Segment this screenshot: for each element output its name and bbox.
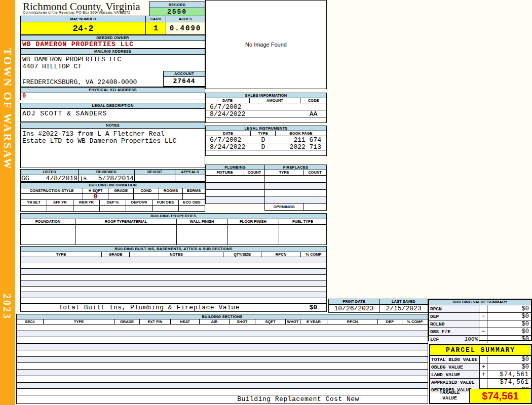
bvs-rclnd-label: RCLND [429, 320, 479, 328]
deeded-owner-value: WB DAMERON PROPERTIES LLC [21, 41, 205, 48]
bs-eyear-label: E YEAR [300, 319, 327, 324]
reviewed-value: js5/28/2014 [79, 175, 135, 182]
bs-sqft-label: SQFT [255, 319, 286, 324]
reviewed-by: js [79, 175, 87, 182]
building-information-title: BUILDING INFORMATION [21, 183, 205, 188]
bvs-obs-label: OBS F/E [429, 328, 479, 335]
obldg-op: + [480, 363, 487, 371]
fireplaces-row [265, 190, 326, 197]
bs-grade-label: GRADE [115, 319, 140, 324]
parcel-row: LAND VALUE + $74,561 [430, 371, 531, 379]
sales-information-table: SALES INFORMATION DATE AMOUNT CODE 6/7/2… [205, 93, 327, 123]
bvs-row: RCLND $0 [429, 320, 531, 328]
sales-row-date: 8/24/2022 [206, 110, 250, 117]
building-sections-title: BUILDING SECTIONS [17, 314, 428, 319]
openings-label: OPENINGS [265, 204, 303, 210]
building-value-summary-title: BUILDING VALUE SUMMARY [429, 300, 531, 305]
building-replacement-label: Building Replacement Cost New [17, 395, 428, 403]
plumbing-title: PLUMBING [206, 165, 264, 170]
bvs-row: OBS F/E − $0 [429, 328, 531, 336]
bi-rpcn-label: RPCN [261, 252, 301, 257]
building-sections-row [17, 350, 428, 357]
fuel-type-value [279, 225, 326, 245]
fireplaces-row [265, 176, 326, 183]
foundation-label: FOUNDATION [21, 219, 75, 224]
bdrms-label: BDRMS [183, 188, 205, 193]
rooms-value [159, 194, 183, 199]
bs-comp-label: % COMP [402, 319, 428, 324]
sidebar-town-label: TOWN OF WARSAW [1, 48, 14, 230]
building-sections-row [17, 325, 428, 331]
floor-finish-label: FLOOR FINISH [227, 219, 279, 224]
building-value-summary-table: BUILDING VALUE SUMMARY RPCN $0 DEP − $0 … [428, 299, 532, 341]
record-label: RECORD [149, 2, 205, 8]
cond-label: COND [134, 188, 159, 193]
account-value: 27644 [164, 77, 205, 86]
building-sections-row [17, 383, 428, 389]
effyr-label: EFF YR [47, 200, 73, 205]
sales-row-code: AA [300, 110, 326, 117]
listed-date: 4/8/2019 [46, 175, 78, 182]
physical-911-table: PHYSICAL 911 ADDRESS 0 [20, 87, 205, 100]
bvs-lcf-pct: 100% [465, 336, 478, 342]
built-ins-table: BUILDING BUILT INS, BASEMENTS, ATTICS & … [20, 246, 327, 312]
bvs-dep-label: DEP [429, 313, 479, 320]
sidebar-year-label: 2023 [1, 294, 13, 339]
plumbing-count-label: COUNT [244, 170, 264, 175]
construction-style-value [21, 194, 83, 199]
plumbing-fixture-label: FIXTURE [206, 170, 244, 175]
revisit-label: REVISIT [135, 170, 175, 175]
appraised-label: APPRAISED VALUE [430, 379, 480, 386]
parcel-summary-title: PARCEL SUMMARY [430, 345, 531, 356]
sales-date-label: DATE [206, 98, 250, 103]
print-date-label: PRINT DATE [329, 299, 379, 304]
instr-bookpage-label: BOOK PAGE [276, 131, 326, 136]
ecoobs-label: ECO OBS [179, 200, 205, 205]
bs-extfin-label: EXT FIN [140, 319, 171, 324]
instr-row-bookpage: 211 674 [276, 136, 326, 143]
fireplaces-title: FIREPLACES [265, 165, 326, 170]
built-ins-total-label: Total Built Ins, Plumbing & Fireplace Va… [21, 304, 240, 311]
wall-finish-label: WALL FINISH [177, 219, 227, 224]
sidebar: TOWN OF WARSAW 2023 [0, 0, 15, 405]
legal-description-label: LEGAL DESCRIPTION [21, 103, 205, 109]
built-ins-row [21, 287, 326, 293]
review-table: LISTED REVIEWED REVISIT APPEALS GG4/8/20… [20, 169, 205, 182]
wall-finish-value [177, 225, 227, 245]
bvs-dep-op: − [479, 313, 487, 320]
appraised-op [480, 379, 487, 386]
building-sections-table: BUILDING SECTIONS SEC# TYPE GRADE EXT FI… [16, 314, 428, 404]
built-ins-row [21, 275, 326, 281]
building-sections-row [17, 370, 428, 376]
last-saved-label: LAST SAVED [379, 299, 428, 304]
fireplaces-count-label: COUNT [303, 170, 326, 175]
print-info-table: PRINT DATE LAST SAVED 10/26/2023 2/15/20… [328, 299, 428, 313]
deeded-owner-table: DEEDED OWNER WB DAMERON PROPERTIES LLC [20, 35, 205, 49]
bvs-lcf-label: LCF 100% [429, 336, 479, 343]
acres-value: 0.4090 [166, 22, 205, 34]
construction-style-label: CONSTRUCTION STYLE [21, 188, 83, 193]
sales-row: 6/7/2002 [206, 103, 326, 110]
instr-row-bookpage: 2022 713 [276, 143, 326, 150]
sales-row: 8/24/2022 AA [206, 110, 326, 117]
sales-row-date: 6/7/2002 [206, 103, 250, 110]
appraised-value: $74,561 [487, 379, 531, 386]
card-value: 1 [146, 22, 166, 34]
map-card-acres-table: MAP NUMBER CARD ACRES 24-2 1 0.4090 [20, 16, 205, 35]
cond-value [134, 194, 159, 199]
parcel-row: TOTAL BLDG VALUE $0 [430, 356, 531, 363]
plumbing-table: PLUMBING FIXTURE COUNT [205, 165, 265, 204]
building-sections-row [17, 331, 428, 338]
legal-description-table: LEGAL DESCRIPTION ADJ SCOTT & SANDERS [20, 103, 205, 122]
grade-value [108, 194, 134, 199]
built-ins-title: BUILDING BUILT INS, BASEMENTS, ATTICS & … [21, 247, 326, 252]
deppct-value [100, 206, 126, 212]
bs-dep-label: DEP [378, 319, 402, 324]
fireplaces-table: FIREPLACES TYPE COUNT OPENINGS [264, 165, 327, 211]
bs-air-label: AIR [200, 319, 230, 324]
listed-by: GG [21, 175, 29, 182]
instr-row-date: 6/7/2002 [206, 136, 251, 143]
built-ins-row [21, 263, 326, 269]
bvs-rpcn-op [479, 305, 487, 312]
obldg-label: OBLDG VALUE [430, 363, 480, 371]
